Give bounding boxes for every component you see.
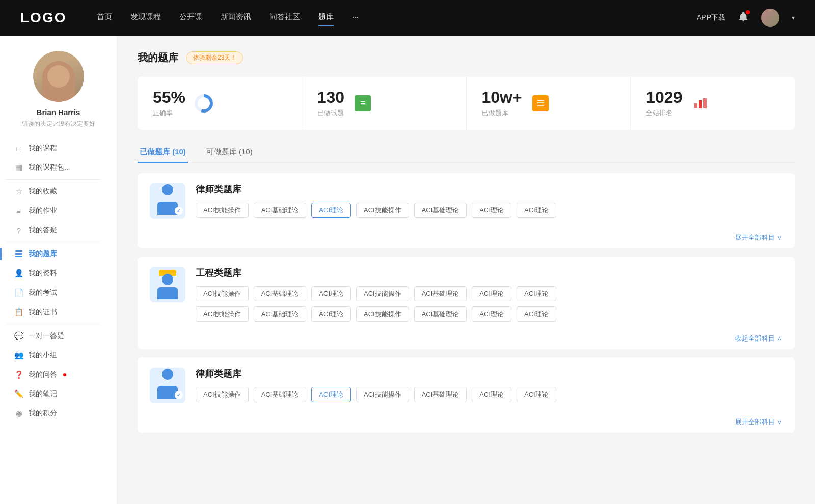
sidebar-label-course-package: 我的课程包...	[29, 163, 70, 172]
user-avatar[interactable]	[761, 9, 779, 27]
sidebar-label-my-notes: 我的笔记	[29, 389, 57, 399]
logo[interactable]: LOGO	[20, 10, 66, 26]
tag-e-7[interactable]: ACI理论	[517, 286, 556, 301]
svg-rect-5	[703, 98, 707, 108]
expand-lawyer-1[interactable]: 展开全部科目 ∨	[138, 231, 795, 248]
sidebar: Brian Harris 错误的决定比没有决定要好 □ 我的课程 ▦ 我的课程包…	[0, 36, 117, 504]
sidebar-item-my-certificate[interactable]: 📋 我的证书	[5, 302, 112, 322]
divider-1	[5, 179, 101, 180]
page-header: 我的题库 体验剩余23天！	[138, 51, 795, 65]
avatar-image	[33, 51, 84, 102]
tag-l1-4[interactable]: ACI技能操作	[356, 203, 409, 218]
expand-engineer[interactable]: 收起全部科目 ∧	[138, 332, 795, 349]
nav-item-discover[interactable]: 发现课程	[130, 12, 161, 24]
nav-item-open-course[interactable]: 公开课	[179, 12, 202, 24]
tag-e-r2-4[interactable]: ACI技能操作	[356, 306, 409, 322]
sidebar-item-my-qa[interactable]: ? 我的答疑	[5, 220, 112, 240]
nav-item-qa[interactable]: 问答社区	[269, 12, 300, 24]
tag-e-3[interactable]: ACI理论	[311, 286, 351, 301]
my-profile-icon: 👤	[14, 269, 23, 278]
tag-l2-3[interactable]: ACI理论	[311, 387, 351, 402]
expand-lawyer-2[interactable]: 展开全部科目 ∨	[138, 415, 795, 433]
sidebar-item-my-points[interactable]: ◉ 我的积分	[5, 404, 112, 423]
sidebar-item-my-exam[interactable]: 📄 我的考试	[5, 283, 112, 302]
one-on-one-icon: 💬	[14, 331, 23, 341]
tag-l1-3[interactable]: ACI理论	[311, 203, 351, 218]
nav-item-home[interactable]: 首页	[97, 12, 112, 24]
tag-e-r2-3[interactable]: ACI理论	[311, 306, 351, 322]
my-notes-icon: ✏️	[14, 389, 23, 399]
tag-l1-1[interactable]: ACI技能操作	[196, 203, 249, 218]
navbar-right: APP下载 ▾	[697, 9, 795, 27]
done-questions-icon: ≡	[352, 93, 373, 114]
stat-done-banks: 10w+ 已做题库 ☰	[467, 77, 631, 130]
sidebar-item-my-courses[interactable]: □ 我的课程	[5, 138, 112, 158]
svg-rect-4	[699, 100, 702, 108]
sidebar-label-my-certificate: 我的证书	[29, 307, 57, 317]
notification-dot	[746, 10, 750, 14]
sidebar-item-my-profile[interactable]: 👤 我的资料	[5, 264, 112, 283]
sidebar-menu: □ 我的课程 ▦ 我的课程包... ☆ 我的收藏 ≡ 我的作业 ? 我的答疑	[0, 138, 117, 423]
nav-item-news[interactable]: 新闻资讯	[221, 12, 251, 24]
tag-l1-5[interactable]: ACI基础理论	[414, 203, 467, 218]
divider-3	[5, 324, 101, 324]
tag-l2-6[interactable]: ACI理论	[472, 387, 511, 402]
sidebar-item-my-questions[interactable]: ❓ 我的问答	[5, 365, 112, 384]
stat-ranking-value: 1029	[646, 89, 682, 105]
tag-e-r2-5[interactable]: ACI基础理论	[414, 306, 467, 322]
homework-icon: ≡	[14, 206, 23, 215]
stat-done-questions-label: 已做试题	[317, 108, 344, 118]
app-download-button[interactable]: APP下载	[697, 13, 725, 22]
tag-e-1[interactable]: ACI技能操作	[196, 286, 249, 301]
qbank-tags-engineer-row1: ACI技能操作 ACI基础理论 ACI理论 ACI技能操作 ACI基础理论 AC…	[196, 286, 782, 301]
qbank-name-lawyer-1: 律师类题库	[196, 183, 782, 195]
sidebar-item-homework[interactable]: ≡ 我的作业	[5, 201, 112, 220]
nav-item-more[interactable]: ···	[352, 12, 359, 24]
tag-l2-7[interactable]: ACI理论	[517, 387, 556, 402]
tab-available-banks[interactable]: 可做题库 (10)	[204, 142, 255, 162]
my-exam-icon: 📄	[14, 288, 23, 297]
tag-e-4[interactable]: ACI技能操作	[356, 286, 409, 301]
tag-l1-2[interactable]: ACI基础理论	[254, 203, 307, 218]
tag-l2-2[interactable]: ACI基础理论	[254, 387, 307, 402]
sidebar-label-my-qbank: 我的题库	[29, 249, 57, 259]
navbar: LOGO 首页 发现课程 公开课 新闻资讯 问答社区 题库 ··· APP下载 …	[0, 0, 815, 36]
tag-e-5[interactable]: ACI基础理论	[414, 286, 467, 301]
tag-e-r2-2[interactable]: ACI基础理论	[254, 306, 307, 322]
tag-e-r2-1[interactable]: ACI技能操作	[196, 306, 249, 322]
tag-l1-6[interactable]: ACI理论	[472, 203, 511, 218]
tag-l1-7[interactable]: ACI理论	[517, 203, 556, 218]
sidebar-item-favorites[interactable]: ☆ 我的收藏	[5, 182, 112, 201]
notification-bell[interactable]	[738, 11, 749, 24]
sidebar-label-my-qa: 我的答疑	[29, 226, 57, 235]
sidebar-motto: 错误的决定比没有决定要好	[12, 120, 105, 128]
sidebar-item-my-group[interactable]: 👥 我的小组	[5, 346, 112, 365]
ranking-chart-icon	[690, 93, 711, 114]
sidebar-item-my-qbank[interactable]: 我的题库	[5, 244, 112, 264]
tag-e-6[interactable]: ACI理论	[472, 286, 511, 301]
qbank-card-engineer: 工程类题库 ACI技能操作 ACI基础理论 ACI理论 ACI技能操作 ACI基…	[138, 257, 795, 349]
tag-e-r2-6[interactable]: ACI理论	[472, 306, 511, 322]
questions-notification-dot	[63, 373, 66, 376]
stat-done-banks-value: 10w+	[482, 89, 522, 105]
sidebar-item-one-on-one[interactable]: 💬 一对一答疑	[5, 326, 112, 346]
sidebar-label-my-questions: 我的问答	[29, 370, 57, 379]
nav-item-qbank[interactable]: 题库	[318, 12, 334, 24]
tag-e-r2-7[interactable]: ACI理论	[517, 306, 556, 322]
sidebar-item-course-package[interactable]: ▦ 我的课程包...	[5, 158, 112, 177]
tag-l2-5[interactable]: ACI基础理论	[414, 387, 467, 402]
sidebar-username: Brian Harris	[37, 108, 80, 117]
tag-e-2[interactable]: ACI基础理论	[254, 286, 307, 301]
sidebar-user-avatar	[33, 51, 84, 102]
chevron-down-icon[interactable]: ▾	[792, 14, 795, 21]
tag-l2-1[interactable]: ACI技能操作	[196, 387, 249, 402]
qbank-info-lawyer-2: 律师类题库 ACI技能操作 ACI基础理论 ACI理论 ACI技能操作 ACI基…	[196, 368, 782, 405]
qbank-name-lawyer-2: 律师类题库	[196, 368, 782, 380]
tag-l2-4[interactable]: ACI技能操作	[356, 387, 409, 402]
stat-done-questions: 130 已做试题 ≡	[302, 77, 467, 130]
tab-done-banks[interactable]: 已做题库 (10)	[138, 142, 188, 162]
favorites-icon: ☆	[14, 187, 23, 196]
qbank-engineer-avatar	[150, 267, 185, 302]
sidebar-item-my-notes[interactable]: ✏️ 我的笔记	[5, 384, 112, 404]
sidebar-label-my-courses: 我的课程	[29, 144, 57, 153]
